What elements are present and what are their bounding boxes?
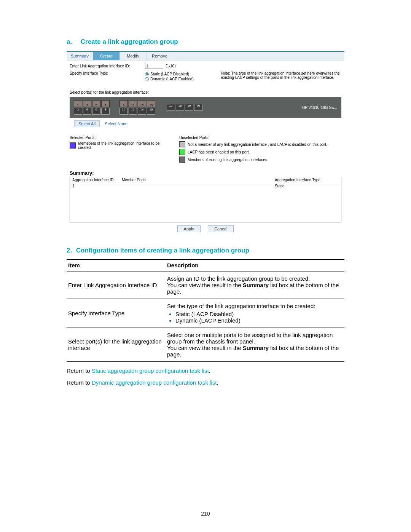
legend-selected-text: Memebers of the link aggregation interfa… xyxy=(78,141,169,150)
port-14[interactable]: 14 xyxy=(138,108,146,115)
port-13[interactable]: 13 xyxy=(138,100,146,107)
row2-item: Specify Interface Type xyxy=(67,299,166,328)
summary-title: Summary: xyxy=(70,170,341,176)
port-grid: 1 3 5 7 9 11 13 15 2 4 6 8 10 12 xyxy=(74,100,164,115)
create-lag-panel: Summary Create Modify Remove Enter Link … xyxy=(67,51,344,235)
tab-bar: Summary Create Modify Remove xyxy=(67,52,344,61)
port-17[interactable]: 17 xyxy=(167,104,175,111)
legend-unselected-2: LACP has been enabled on this port. xyxy=(188,150,250,154)
section-title-2: Configuration items of creating a link a… xyxy=(76,247,249,254)
swatch-selected xyxy=(70,142,76,149)
tab-spacer xyxy=(173,52,344,60)
summary-row-members xyxy=(119,183,272,189)
cancel-button[interactable]: Cancel xyxy=(208,225,234,232)
port-11[interactable]: 11 xyxy=(129,100,137,107)
legend-unselected-1: Not a member of any link aggregation int… xyxy=(188,142,327,147)
port-5[interactable]: 5 xyxy=(92,100,100,107)
row3-desc-b: You can view the result in the Summary l… xyxy=(167,345,343,358)
th-item: Item xyxy=(67,259,166,271)
radio-static[interactable] xyxy=(145,72,149,76)
port-15[interactable]: 15 xyxy=(147,100,155,107)
selected-ports-header: Selected Ports: xyxy=(70,136,169,140)
device-name: HP V1910-16G Sw... xyxy=(302,105,337,110)
port-18[interactable]: 18 xyxy=(176,104,184,111)
tab-modify[interactable]: Modify xyxy=(120,52,147,60)
port-10[interactable]: 10 xyxy=(119,108,128,115)
port-9[interactable]: 9 xyxy=(119,100,128,107)
return-static-link[interactable]: Static aggregation group configuration t… xyxy=(92,367,209,374)
port-4[interactable]: 4 xyxy=(83,108,91,115)
radio-static-label: Static (LACP Disabled) xyxy=(150,72,189,76)
section-heading-2: 2. Configuration items of creating a lin… xyxy=(67,247,344,254)
row2-li1: Static (LACP Disabled) xyxy=(175,311,343,317)
select-none-button[interactable]: Select None xyxy=(101,121,131,127)
config-table: Item Description Enter Link Aggregation … xyxy=(67,259,344,362)
interface-id-input[interactable] xyxy=(145,63,163,69)
summary-row-id: 1 xyxy=(70,183,119,189)
port-8[interactable]: 8 xyxy=(101,108,110,115)
tab-create[interactable]: Create xyxy=(93,52,120,60)
port-2[interactable]: 2 xyxy=(74,108,82,115)
return-dynamic-link[interactable]: Dynamic aggregation group configuration … xyxy=(92,379,217,386)
port-12[interactable]: 12 xyxy=(129,108,137,115)
section-heading-a: a. Create a link aggregation group xyxy=(67,38,344,46)
section-title-a: Create a link aggregation group xyxy=(81,38,178,45)
th-desc: Description xyxy=(166,259,344,271)
row3-item: Select port(s) for the link aggregation … xyxy=(67,328,166,362)
row2-desc-a: Set the type of the link aggregation int… xyxy=(167,303,343,309)
swatch-nonmember xyxy=(179,141,185,147)
summary-row-type: Static xyxy=(272,183,341,189)
row1-desc-b: You can view the result in the Summary l… xyxy=(167,282,343,295)
radio-dynamic[interactable] xyxy=(145,77,149,81)
tab-remove[interactable]: Remove xyxy=(147,52,173,60)
port-20[interactable]: 20 xyxy=(194,104,202,111)
section-prefix-a: a. xyxy=(67,38,79,46)
section-prefix-2: 2. xyxy=(67,247,74,254)
swatch-lacp xyxy=(179,149,185,155)
port-16[interactable]: 16 xyxy=(147,108,155,115)
apply-button[interactable]: Apply xyxy=(177,225,201,232)
unselected-ports-header: Unselected Ports: xyxy=(179,136,341,140)
summary-col-type: Aggregation Interface Type xyxy=(272,177,341,183)
summary-col-id: Aggregation Interface ID xyxy=(70,177,119,183)
select-all-button[interactable]: Select All xyxy=(74,120,100,127)
tab-summary[interactable]: Summary xyxy=(67,52,93,60)
chassis-panel: 1 3 5 7 9 11 13 15 2 4 6 8 10 12 xyxy=(70,97,341,118)
return-link-1-wrap: Return to Static aggregation group confi… xyxy=(67,367,344,374)
port-7[interactable]: 7 xyxy=(101,100,110,107)
legend-unselected-3: Members of existing link aggregation int… xyxy=(188,158,268,162)
row2-li2: Dynamic (LACP Enabled) xyxy=(175,317,343,324)
row1-desc-a: Assign an ID to the link aggregation gro… xyxy=(167,275,343,282)
select-ports-label: Select port(s) for the link aggregation … xyxy=(70,90,341,94)
port-6[interactable]: 6 xyxy=(92,108,100,115)
row1-item: Enter Link Aggregation Interface ID xyxy=(67,271,166,299)
page-number: 210 xyxy=(0,511,411,517)
port-3[interactable]: 3 xyxy=(83,100,91,107)
summary-box: Aggregation Interface ID Member Ports Ag… xyxy=(70,177,341,222)
radio-dynamic-label: Dynamic (LACP Enabled) xyxy=(150,77,194,81)
interface-type-note: Note: The type of the link aggregation i… xyxy=(221,71,341,80)
swatch-existing xyxy=(179,157,185,163)
return-link-2-wrap: Return to Dynamic aggregation group conf… xyxy=(67,379,344,386)
summary-col-members: Member Ports xyxy=(119,177,272,183)
port-19[interactable]: 19 xyxy=(185,104,193,111)
row3-desc-a: Select one or multiple ports to be assig… xyxy=(167,332,343,345)
interface-id-range: (1-10) xyxy=(166,64,176,68)
port-1[interactable]: 1 xyxy=(74,100,82,107)
interface-type-label: Specify Interface Type: xyxy=(70,71,145,75)
interface-id-label: Enter Link Aggregation Interface ID: xyxy=(70,64,145,68)
